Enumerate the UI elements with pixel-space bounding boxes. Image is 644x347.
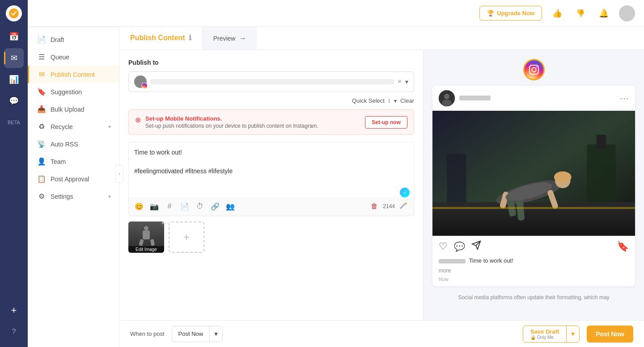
draft-icon: 📄 <box>37 35 46 44</box>
ig-post-actions: ♡ 💬 🔖 <box>432 236 635 257</box>
social-post-icon[interactable]: 👥 <box>224 200 237 213</box>
edit-image-label[interactable]: Edit Image <box>128 246 164 253</box>
sidebar-item-bulk-upload[interactable]: 📥 Bulk Upload <box>28 100 119 118</box>
sidebar-item-label-queue: Queue <box>51 54 69 61</box>
sidebar-item-label-suggestion: Suggestion <box>51 88 82 96</box>
rail-add-icon[interactable]: + <box>4 301 24 320</box>
rail-beta-icon[interactable]: BETA <box>4 113 24 132</box>
preview-panel: ⋯ <box>424 50 644 320</box>
post-text-container: Time to work out! #feelingmotivated #fit… <box>128 142 414 201</box>
main-area: Publish Content ℹ Preview → Publish to <box>119 27 644 347</box>
ig-comment-icon[interactable]: 💬 <box>454 241 465 252</box>
image-upload-row: × Edit Image + <box>128 222 414 253</box>
account-avatar-wrap <box>134 75 147 88</box>
account-dropdown-chevron-icon[interactable]: ▾ <box>405 78 408 85</box>
ig-more-options-icon[interactable]: ⋯ <box>620 93 629 104</box>
notes-icon[interactable]: 📄 <box>178 200 191 213</box>
setup-now-button[interactable]: Set-up now <box>365 116 407 129</box>
rail-publish-icon[interactable]: ✉ <box>4 48 24 68</box>
sidebar-item-recycle[interactable]: ♻ Recycle ▾ <box>28 118 119 135</box>
publish-content-title: Publish Content <box>130 34 185 42</box>
save-draft-button[interactable]: Save Draft 🔒 Only Me <box>523 328 566 340</box>
notification-bell-icon[interactable]: 🔔 <box>596 5 612 21</box>
svg-point-4 <box>442 100 452 106</box>
account-select[interactable]: × ▾ <box>128 71 414 92</box>
add-image-button[interactable]: + <box>169 222 204 253</box>
svg-rect-18 <box>447 154 466 202</box>
ig-caption-username <box>439 257 469 264</box>
post-textarea[interactable]: Time to work out! #feelingmotivated #fit… <box>128 142 414 196</box>
post-now-dropdown-icon[interactable]: ▾ <box>209 326 222 342</box>
svg-rect-17 <box>432 207 635 209</box>
sidebar-item-queue[interactable]: ☰ Queue <box>28 48 119 66</box>
when-to-post-label: When to post <box>130 330 165 337</box>
bulk-upload-icon: 📥 <box>37 105 46 113</box>
sidebar-item-auto-rss[interactable]: 📡 Auto RSS <box>28 135 119 153</box>
app-layout: 📅 ✉ 📊 💬 BETA + ? UTC-07:00 ▾ 📄 <box>0 0 644 347</box>
sidebar-item-team[interactable]: 👤 Team <box>28 153 119 170</box>
ig-username <box>459 95 615 102</box>
sidebar-item-settings[interactable]: ⚙ Settings ▾ <box>28 188 119 205</box>
preview-arrow-icon: → <box>239 34 246 42</box>
sidebar-item-label-post-approval: Post Approval <box>51 176 89 183</box>
ig-share-icon[interactable] <box>471 240 481 253</box>
quick-select-row: Quick Select ℹ ▾ Clear <box>128 97 414 104</box>
rail-analytics-icon[interactable]: 📊 <box>4 70 24 89</box>
emoji-picker-icon[interactable]: 😊 <box>132 200 146 213</box>
delete-icon[interactable]: 🗑 <box>368 200 381 213</box>
sidebar-item-suggestion[interactable]: 🔖 Suggestion <box>28 83 119 100</box>
sidebar-item-publish[interactable]: ✉ Publish Content <box>28 66 119 83</box>
ai-writing-icon[interactable] <box>397 200 410 213</box>
rail-chat-icon[interactable]: 💬 <box>4 91 24 111</box>
svg-rect-19 <box>602 163 616 202</box>
quick-select-info-icon[interactable]: ℹ <box>388 98 390 104</box>
user-avatar[interactable] <box>619 5 635 21</box>
ig-more-link[interactable]: more <box>432 268 635 276</box>
char-count: 2144 <box>383 203 395 209</box>
clear-button[interactable]: Clear <box>400 97 414 104</box>
image-thumbnail: × Edit Image <box>128 222 164 253</box>
sidebar-item-post-approval[interactable]: 📋 Post Approval <box>28 170 119 188</box>
app-logo <box>6 5 22 21</box>
timer-icon[interactable]: ⏱ <box>193 200 207 213</box>
save-draft-label: Save Draft <box>530 328 559 335</box>
topbar: 🏆 Upgrade Now 👍 👎 🔔 <box>28 0 644 27</box>
editor-footer: When to post Post Now ▾ Save Draft 🔒 Onl… <box>119 320 644 347</box>
sidebar-item-draft[interactable]: 📄 Draft <box>28 31 119 48</box>
post-now-value: Post Now <box>172 330 210 337</box>
thumbs-down-icon[interactable]: 👎 <box>572 5 589 21</box>
link-icon[interactable]: 🔗 <box>208 200 222 213</box>
thumbs-up-icon[interactable]: 👍 <box>549 5 565 21</box>
ig-like-icon[interactable]: ♡ <box>439 241 448 252</box>
quick-select-chevron-icon[interactable]: ▾ <box>394 98 397 104</box>
rail-help-icon[interactable]: ? <box>4 322 24 342</box>
instagram-post-preview: ⋯ <box>432 86 635 286</box>
account-name-redacted <box>150 79 394 84</box>
sidebar-item-label-publish: Publish Content <box>51 71 95 78</box>
workout-image <box>432 111 635 236</box>
suggestion-icon: 🔖 <box>37 88 46 96</box>
settings-chevron-icon: ▾ <box>108 193 111 200</box>
alert-description: Set-up push notifications on your device… <box>145 123 360 129</box>
recycle-icon: ♻ <box>37 122 46 131</box>
save-draft-dropdown-icon[interactable]: ▾ <box>566 326 579 342</box>
ig-bookmark-icon[interactable]: 🔖 <box>617 241 629 252</box>
sidebar-collapse-handle[interactable]: ‹ <box>115 165 123 183</box>
rail-calendar-icon[interactable]: 📅 <box>4 27 24 46</box>
svg-point-3 <box>444 94 449 99</box>
when-to-post-select[interactable]: Post Now ▾ <box>172 326 223 342</box>
post-now-button[interactable]: Post Now <box>587 326 633 343</box>
preview-label: Preview <box>213 35 236 42</box>
preview-tab[interactable]: Preview → <box>202 27 257 50</box>
upgrade-button[interactable]: 🏆 Upgrade Now <box>479 6 542 21</box>
hashtag-icon[interactable]: # <box>163 200 176 213</box>
help-circle-icon[interactable]: ℹ <box>189 33 191 42</box>
rail-bottom: + ? <box>4 301 24 342</box>
instagram-platform-icon[interactable] <box>432 59 635 80</box>
sidebar-item-label-draft: Draft <box>51 36 64 43</box>
image-picker-icon[interactable]: 📷 <box>148 200 161 213</box>
mobile-notification-alert: ⊗ Set-up Mobile Notifications. Set-up pu… <box>128 109 414 135</box>
ig-post-time: Now <box>432 276 635 286</box>
account-remove-icon[interactable]: × <box>398 78 402 86</box>
alert-content: Set-up Mobile Notifications. Set-up push… <box>145 115 360 129</box>
